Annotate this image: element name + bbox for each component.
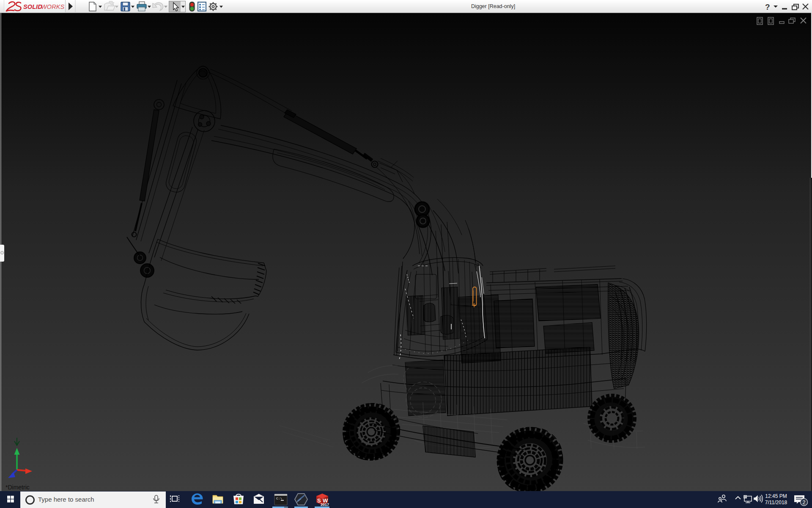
svg-text:2: 2 — [803, 500, 806, 505]
svg-text:?: ? — [765, 3, 770, 11]
svg-text:SOLID: SOLID — [23, 3, 42, 10]
svg-text:WORKS: WORKS — [41, 3, 65, 10]
svg-text:C:\: C:\ — [276, 497, 283, 500]
svg-text:2017: 2017 — [321, 502, 329, 507]
